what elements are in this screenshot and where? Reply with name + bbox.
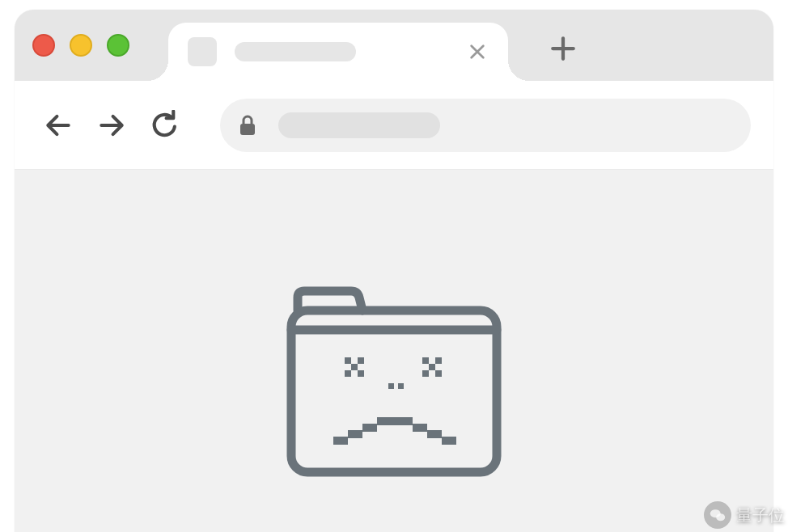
plus-icon	[549, 35, 577, 62]
browser-tab-active[interactable]	[168, 23, 508, 81]
svg-rect-3	[345, 357, 351, 364]
svg-rect-1	[291, 310, 497, 472]
wechat-icon	[704, 501, 731, 529]
new-tab-button[interactable]	[549, 34, 578, 63]
url-text-placeholder	[278, 112, 440, 138]
svg-rect-13	[388, 383, 394, 389]
svg-rect-4	[358, 357, 364, 364]
window-controls	[32, 34, 129, 57]
tab-title-placeholder	[235, 42, 356, 61]
close-icon	[468, 43, 486, 61]
svg-rect-20	[427, 430, 442, 438]
svg-rect-10	[429, 364, 435, 370]
arrow-left-icon	[43, 110, 74, 141]
tab-favicon-placeholder	[188, 37, 217, 66]
svg-rect-6	[345, 370, 351, 377]
svg-rect-21	[442, 437, 456, 445]
svg-rect-12	[435, 370, 442, 377]
svg-rect-5	[351, 364, 358, 370]
svg-point-23	[716, 513, 725, 521]
svg-rect-0	[240, 124, 255, 135]
tab-strip	[15, 10, 773, 81]
svg-rect-7	[358, 370, 364, 377]
tab-close-button[interactable]	[466, 40, 489, 63]
window-maximize-button[interactable]	[107, 34, 129, 57]
watermark: 量子位	[704, 501, 785, 529]
arrow-right-icon	[96, 110, 127, 141]
svg-rect-15	[333, 437, 348, 445]
svg-rect-16	[348, 430, 362, 438]
browser-window	[15, 10, 773, 532]
watermark-label: 量子位	[736, 505, 785, 526]
address-bar[interactable]	[220, 99, 751, 152]
forward-button[interactable]	[91, 104, 133, 146]
back-button[interactable]	[37, 104, 79, 146]
svg-rect-11	[422, 370, 429, 377]
svg-rect-8	[422, 357, 429, 364]
svg-rect-17	[362, 424, 377, 432]
window-minimize-button[interactable]	[70, 34, 92, 57]
page-content	[15, 170, 773, 532]
window-close-button[interactable]	[32, 34, 55, 57]
reload-icon	[150, 110, 180, 141]
svg-rect-18	[377, 417, 413, 425]
dead-folder-icon	[285, 286, 503, 532]
toolbar	[15, 81, 773, 170]
svg-rect-9	[435, 357, 442, 364]
reload-button[interactable]	[144, 104, 186, 146]
svg-rect-19	[413, 424, 427, 432]
lock-icon	[238, 114, 257, 137]
svg-rect-14	[398, 383, 404, 389]
